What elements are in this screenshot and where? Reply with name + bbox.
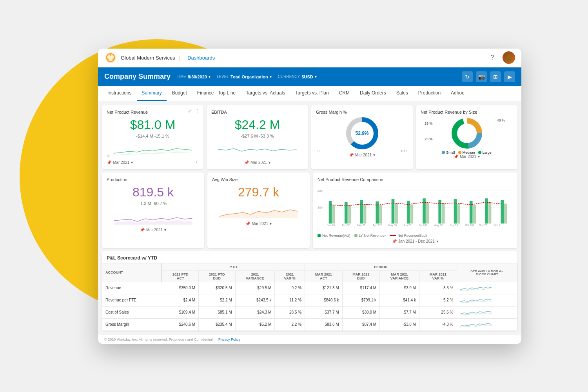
tab-summary[interactable]: Summary [137, 86, 166, 101]
cell-per-var-pct: 25.6 % [419, 306, 457, 318]
copyright-text: © 2020 Workday, Inc. All rights reserved… [104, 338, 214, 341]
donut-pct-small: 23 % [425, 137, 433, 141]
camera-button[interactable]: 📷 [476, 71, 487, 82]
cell-account: Revenue [102, 282, 162, 294]
rev-by-size-card: Net Product Revenue by Size 48 % 23 % 29… [416, 105, 517, 169]
svg-text:Feb 20..: Feb 20.. [342, 224, 352, 227]
cell-per-act: $37.7 M [305, 306, 343, 318]
ebitda-card: EBITDA $24.2 M -$27.6 M -53.3 % 📌 Mar 20… [207, 105, 308, 169]
svg-point-12 [459, 125, 475, 141]
table-row: Cost of Sales $109.4 M $85.1 M $24.3 M 2… [102, 306, 517, 318]
cell-per-bud: $117.4 M [342, 282, 380, 294]
svg-text:Jan 20..: Jan 20.. [327, 224, 336, 227]
tab-bar: Instructions Summary Budget Finance - To… [98, 86, 521, 101]
svg-text:Nov 20..: Nov 20.. [479, 224, 489, 227]
svg-rect-26 [395, 203, 398, 223]
scorecard-section: P&L Scorecard w/ YTD ACCOUNT YTD PERIOD … [102, 251, 517, 331]
cell-ytd-bud: $235.4 M [199, 318, 235, 330]
rev-by-size-donut: 48 % 23 % 29 % [421, 118, 513, 149]
reset-icon[interactable]: ↺ [107, 154, 110, 158]
scorecard-table: ACCOUNT YTD PERIOD APR 2020 TO MAR 2...M… [102, 263, 517, 331]
privacy-policy-link[interactable]: Privacy Policy [218, 338, 240, 341]
time-filter[interactable]: TIME 8/30/2020 ▾ [177, 74, 211, 79]
tab-daily-orders[interactable]: Daily Orders [355, 86, 391, 101]
card-footer-avg-win: 📌 Mar 2021 ▾ [212, 221, 305, 226]
svg-rect-40 [504, 203, 507, 223]
svg-rect-21 [360, 200, 363, 223]
legend-bud-icon [390, 235, 396, 236]
legend-act-label: Net Revenue(Act) [322, 234, 350, 238]
card-title-rev-by-size: Net Product Revenue by Size [421, 110, 513, 114]
pin-icon-avg-win: 📌 [245, 221, 250, 226]
donut-pct-large: 48 % [497, 118, 505, 122]
grid-button[interactable]: ⊞ [490, 71, 501, 82]
period-group-header: PERIOD [305, 263, 457, 270]
pin-icon-production: 📌 [140, 228, 145, 232]
col-per-var: MAR 2021VARIANCE [380, 270, 419, 282]
video-button[interactable]: ▶ [504, 71, 515, 82]
tab-production[interactable]: Production [414, 86, 445, 101]
svg-rect-19 [345, 202, 348, 223]
svg-rect-17 [329, 201, 332, 223]
refresh-button[interactable]: ↻ [462, 71, 473, 82]
legend-large-dot [478, 151, 481, 154]
svg-point-2 [110, 54, 111, 56]
col-ytd-var-pct: 2021VAR % [275, 270, 305, 282]
help-button[interactable]: ? [487, 52, 498, 63]
cell-per-var-pct: -4.3 % [419, 318, 457, 330]
user-avatar[interactable] [503, 51, 515, 64]
net-rev-comparison-card: Net Product Revenue Comparison 200 100 [313, 172, 517, 248]
tab-adhoc[interactable]: Adhoc [446, 86, 469, 101]
col-per-act: MAR 2021ACT [305, 270, 343, 282]
tab-targets-plan[interactable]: Targets vs. Plan [290, 86, 333, 101]
svg-rect-22 [363, 204, 367, 223]
tab-finance-top-line[interactable]: Finance - Top Line [192, 86, 241, 101]
cell-ytd-bud: $85.1 M [199, 306, 235, 318]
svg-rect-39 [501, 200, 504, 223]
metric-value-net-revenue: $81.0 M [107, 118, 199, 132]
top-nav: Global Modern Services | Dashboards ? [98, 49, 521, 67]
donut-pct-medium: 29 % [425, 122, 433, 125]
svg-rect-28 [410, 204, 414, 223]
main-content: Net Product Revenue ⤢ ⋮ $81.0 M -$14.4 M… [98, 101, 521, 335]
table-row: Revenue $350.0 M $320.5 M $29.5 M 9.2 % … [102, 282, 517, 294]
metric-sub-production: -1.3 M -60.7 % [107, 201, 200, 206]
cell-ytd-act: $350.0 M [162, 282, 198, 294]
svg-point-4 [107, 58, 109, 60]
table-row: Gross Margin $240.6 M $235.4 M $5.2 M 2.… [102, 318, 517, 330]
svg-point-5 [507, 55, 510, 58]
cell-ytd-var: $29.5 M [235, 282, 275, 294]
tab-sales[interactable]: Sales [392, 86, 413, 101]
svg-text:Aug 20..: Aug 20.. [434, 224, 444, 227]
card-title-comparison: Net Product Revenue Comparison [318, 177, 513, 182]
card-title-net-revenue: Net Product Revenue [107, 110, 199, 114]
more-button[interactable]: ⋮ [194, 108, 200, 114]
cell-per-var-pct: 5.2 % [419, 294, 457, 306]
svg-text:Jul 202..: Jul 202.. [419, 224, 429, 227]
pin-icon: 📌 [107, 160, 111, 165]
tab-targets-actuals[interactable]: Targets vs. Actuals [241, 86, 290, 101]
level-filter[interactable]: LEVEL Total Organization ▾ [217, 74, 272, 79]
card-footer-production: 📌 Mar 2021 ▾ [107, 228, 200, 232]
avg-win-size-card: Avg Win Size 279.7 k 📌 Mar 2021 ▾ [207, 172, 310, 248]
card-title-ebitda: EBITDA [211, 110, 303, 114]
cell-micro-chart [457, 306, 517, 318]
cell-ytd-act: $109.4 M [162, 306, 198, 318]
metric-value-avg-win: 279.7 k [212, 185, 305, 200]
cell-account: Gross Margin [102, 318, 162, 330]
tab-budget[interactable]: Budget [167, 86, 192, 101]
currency-filter[interactable]: CURRENCY $USD ▾ [278, 74, 317, 79]
svg-rect-24 [379, 205, 382, 223]
dashboards-link[interactable]: Dashboards [187, 55, 215, 61]
legend-ly-label: LY Net Revenue* [359, 234, 386, 238]
svg-text:Sep 20..: Sep 20.. [450, 224, 459, 227]
expand-button[interactable]: ⤢ [187, 108, 192, 114]
svg-text:100: 100 [318, 206, 323, 209]
tab-crm[interactable]: CRM [334, 86, 354, 101]
cell-ytd-act: $2.4 M [162, 294, 198, 306]
tab-instructions[interactable]: Instructions [103, 86, 136, 101]
brand-name: Global Modern Services [121, 55, 175, 61]
cell-account: Cost of Sales [102, 306, 162, 318]
cell-per-bud: $799.1 k [342, 294, 380, 306]
sparkline-avg-win [212, 203, 305, 218]
